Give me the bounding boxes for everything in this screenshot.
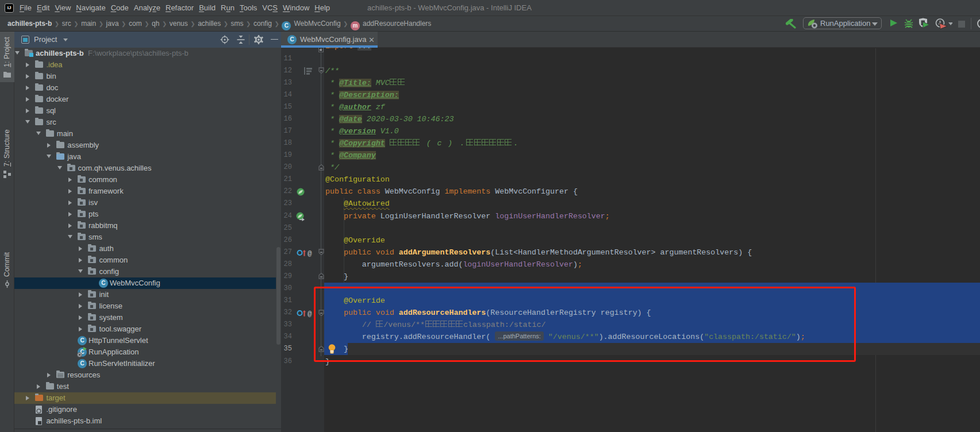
svg-text:@: @ <box>308 310 312 318</box>
svg-text:@: @ <box>308 249 312 257</box>
